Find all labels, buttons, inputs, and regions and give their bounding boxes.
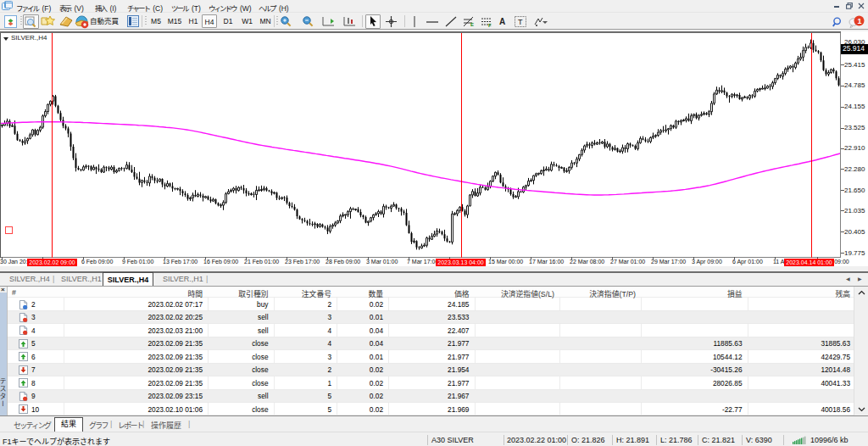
svg-text:1: 1 (858, 17, 862, 25)
svg-text:E: E (470, 22, 474, 27)
svg-text:T: T (518, 18, 523, 26)
svg-text:F: F (488, 23, 492, 27)
